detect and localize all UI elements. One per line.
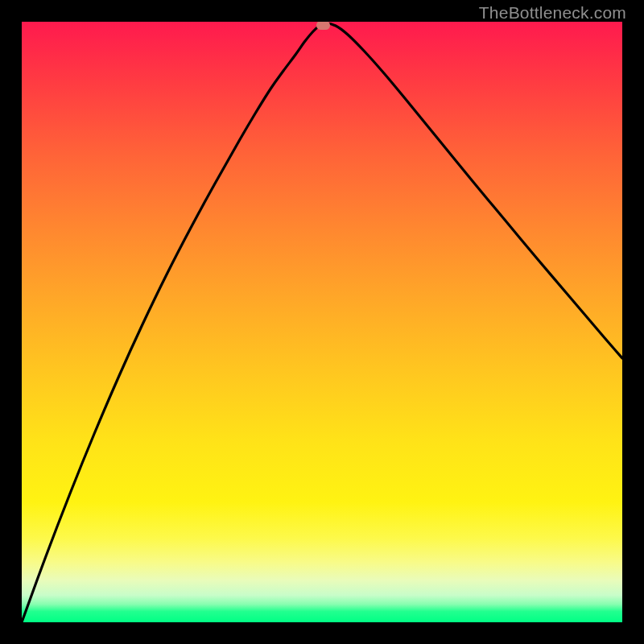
curve-layer: [22, 22, 622, 622]
watermark-text: TheBottleneck.com: [479, 3, 626, 23]
plot-area: [22, 22, 622, 622]
bottleneck-curve: [22, 23, 622, 622]
min-marker: [316, 22, 330, 30]
chart-frame: TheBottleneck.com: [0, 0, 644, 644]
